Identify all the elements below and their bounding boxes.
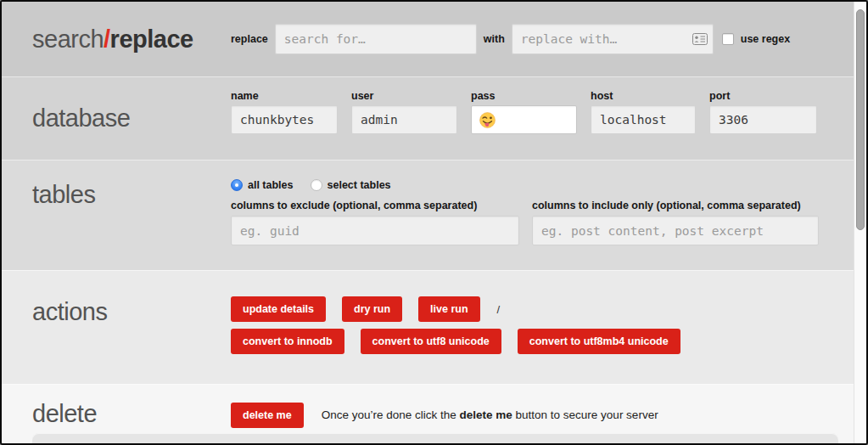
app-title-search: search bbox=[32, 25, 104, 53]
db-user-input[interactable] bbox=[351, 105, 457, 134]
replace-label: replace bbox=[231, 33, 268, 45]
db-port-label: port bbox=[709, 90, 817, 102]
convert-innodb-button[interactable]: convert to innodb bbox=[231, 329, 344, 354]
section-database: database name user pass bbox=[2, 76, 866, 160]
update-details-button[interactable]: update details bbox=[231, 296, 326, 322]
select-tables-label: select tables bbox=[328, 179, 391, 191]
delete-note: Once you’re done click the delete me but… bbox=[322, 408, 658, 421]
db-name-label: name bbox=[231, 90, 338, 102]
db-host-field: host bbox=[591, 90, 696, 134]
select-tables-radio-item[interactable]: select tables bbox=[311, 179, 391, 191]
db-user-field: user bbox=[351, 90, 457, 134]
scrollbar-thumb[interactable] bbox=[856, 9, 865, 230]
run-buttons-row: update details dry run live run / bbox=[231, 296, 866, 322]
include-columns-input[interactable] bbox=[532, 216, 819, 245]
actions-title-area: actions bbox=[2, 271, 231, 384]
db-port-input[interactable] bbox=[709, 105, 817, 134]
use-regex-label[interactable]: use regex bbox=[741, 33, 790, 45]
columns-filters: columns to exclude (optional, comma sepa… bbox=[231, 200, 866, 245]
app-title-slash: / bbox=[104, 25, 110, 53]
live-run-button[interactable]: live run bbox=[418, 296, 479, 322]
vertical-scrollbar[interactable] bbox=[854, 2, 866, 443]
with-label: with bbox=[484, 33, 505, 45]
autofill-contact-icon[interactable] bbox=[692, 33, 708, 45]
select-tables-radio-icon[interactable] bbox=[311, 179, 322, 191]
actions-title: actions bbox=[32, 271, 107, 326]
replace-with-input[interactable] bbox=[512, 24, 714, 54]
all-tables-label: all tables bbox=[248, 179, 294, 191]
dry-run-button[interactable]: dry run bbox=[342, 296, 402, 322]
winking-tongue-emoji-icon bbox=[479, 112, 496, 128]
app-title-area: search/replace bbox=[2, 2, 231, 76]
table-scope-radios: all tables select tables bbox=[231, 179, 866, 191]
delete-note-suffix: button to secure your server bbox=[512, 408, 658, 421]
section-actions: actions update details dry run live run … bbox=[2, 270, 866, 384]
include-columns-label: columns to include only (optional, comma… bbox=[532, 200, 819, 211]
use-regex-checkbox[interactable] bbox=[722, 33, 734, 45]
delete-note-prefix: Once you’re done click the bbox=[322, 408, 460, 421]
db-host-label: host bbox=[591, 90, 696, 102]
run-separator: / bbox=[497, 303, 501, 316]
section-tables: tables all tables select tables columns … bbox=[2, 160, 866, 270]
include-columns-group: columns to include only (optional, comma… bbox=[532, 200, 819, 245]
db-user-label: user bbox=[351, 90, 457, 102]
exclude-columns-input[interactable] bbox=[231, 216, 519, 245]
section-search-replace: search/replace replace with bbox=[2, 2, 866, 76]
db-name-field: name bbox=[231, 90, 338, 134]
convert-utf8-button[interactable]: convert to utf8 unicode bbox=[361, 329, 501, 354]
exclude-columns-label: columns to exclude (optional, comma sepa… bbox=[231, 200, 519, 211]
tables-title: tables bbox=[32, 161, 95, 209]
convert-buttons-row: convert to innodb convert to utf8 unicod… bbox=[231, 329, 866, 354]
convert-utf8mb4-button[interactable]: convert to utf8mb4 unicode bbox=[518, 329, 680, 354]
tables-title-area: tables bbox=[2, 161, 231, 270]
footer-panel-peek bbox=[32, 433, 838, 445]
db-name-input[interactable] bbox=[231, 105, 338, 134]
db-pass-wrap bbox=[471, 105, 577, 134]
app-title: search/replace bbox=[32, 25, 193, 54]
tables-controls: all tables select tables columns to excl… bbox=[231, 161, 866, 270]
search-replace-controls: replace with use regex bbox=[231, 2, 866, 76]
exclude-columns-group: columns to exclude (optional, comma sepa… bbox=[231, 200, 519, 245]
app-title-replace: replace bbox=[110, 25, 193, 53]
search-for-input[interactable] bbox=[275, 24, 477, 54]
db-pass-label: pass bbox=[471, 90, 577, 102]
delete-note-bold: delete me bbox=[460, 408, 512, 421]
delete-me-button[interactable]: delete me bbox=[231, 403, 304, 428]
actions-buttons: update details dry run live run / conver… bbox=[231, 271, 866, 384]
database-title: database bbox=[32, 104, 130, 132]
all-tables-radio-icon[interactable] bbox=[231, 179, 243, 191]
db-pass-field: pass bbox=[471, 90, 577, 134]
database-fields: name user pass bbox=[231, 77, 866, 160]
replace-with-wrap bbox=[512, 24, 714, 54]
all-tables-radio-item[interactable]: all tables bbox=[231, 179, 294, 191]
database-title-area: database bbox=[2, 77, 231, 160]
delete-title: delete bbox=[32, 400, 97, 428]
db-port-field: port bbox=[709, 90, 817, 134]
db-host-input[interactable] bbox=[591, 105, 696, 134]
search-replace-db-app: search/replace replace with bbox=[0, 0, 868, 445]
